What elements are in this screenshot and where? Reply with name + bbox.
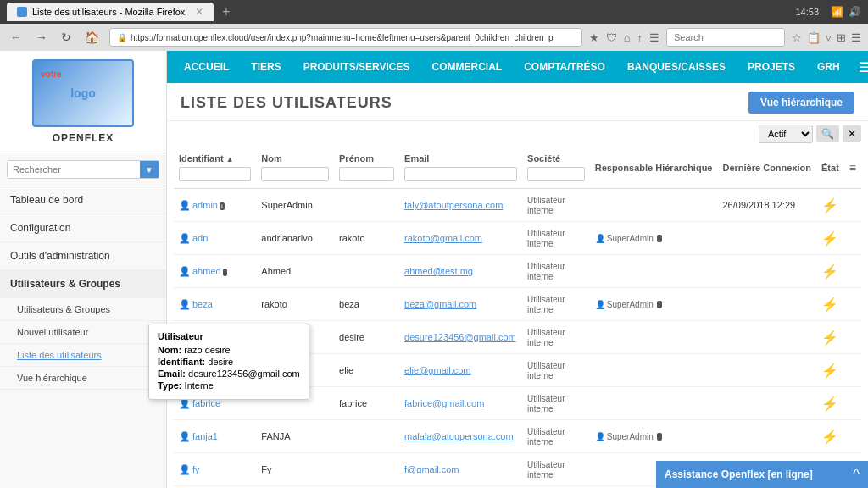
- filter-clear-button[interactable]: ✕: [843, 125, 861, 142]
- status-active-icon: ⚡: [821, 363, 838, 378]
- identifiant-text[interactable]: beza: [192, 299, 213, 309]
- col-responsable[interactable]: Responsable Hiérarchique: [590, 147, 718, 189]
- responsable-name: SuperAdmin: [607, 234, 654, 243]
- email-link[interactable]: elie@gmail.com: [404, 365, 470, 375]
- forward-button[interactable]: →: [32, 29, 51, 46]
- col-identifiant[interactable]: Identifiant ▲: [174, 147, 256, 189]
- bookmark-star-icon[interactable]: ★: [589, 31, 599, 44]
- sidebar-item-users-groups[interactable]: Utilisateurs & Groupes: [0, 270, 166, 298]
- filter-nom-input[interactable]: [261, 167, 329, 181]
- table-row[interactable]: 👤adnandrianarivorakotorakoto@gmail.comUt…: [174, 222, 861, 255]
- col-prenom[interactable]: Prénom: [334, 147, 399, 189]
- identifiant-text[interactable]: ahmed: [192, 266, 221, 276]
- cell-prenom: elie: [334, 354, 399, 387]
- table-row[interactable]: 👤ahmediAhmedahmed@test.mgUtilisateur int…: [174, 255, 861, 288]
- col-email[interactable]: Email: [399, 147, 522, 189]
- cell-societe: Utilisateur interne: [522, 288, 590, 321]
- new-tab-button[interactable]: +: [222, 4, 230, 19]
- sidebar-sub-users-groups[interactable]: Utilisateurs & Groupes: [0, 298, 166, 321]
- sidebar-sub-vue-hierarchique[interactable]: Vue hiérarchique: [0, 367, 166, 390]
- info-icon[interactable]: i: [220, 202, 225, 210]
- sidebar-item-configuration[interactable]: Configuration: [0, 214, 166, 242]
- responsable-info-icon[interactable]: i: [657, 235, 662, 242]
- nav-banques[interactable]: BANQUES/CAISSES: [617, 56, 736, 78]
- identifiant-text[interactable]: fy: [192, 464, 200, 474]
- back-button[interactable]: ←: [7, 29, 25, 46]
- responsable-name: SuperAdmin: [607, 432, 654, 441]
- nav-accueil[interactable]: ACCUEIL: [174, 56, 239, 78]
- nav-grh[interactable]: GRH: [807, 56, 850, 78]
- cell-nom: andrianarivo: [256, 222, 334, 255]
- col-settings[interactable]: ≡: [844, 147, 861, 189]
- email-link[interactable]: ahmed@test.mg: [404, 266, 473, 276]
- table-row[interactable]: 👤fanja1FANJAmalala@atoupersona.comUtilis…: [174, 420, 861, 453]
- shield-icon[interactable]: 🛡: [606, 31, 617, 44]
- email-link[interactable]: desure123456@gmail.com: [404, 332, 516, 342]
- actif-filter-select[interactable]: Actif Inactif Tous: [759, 125, 813, 143]
- sidebar-sub-nouvel-utilisateur[interactable]: Nouvel utilisateur: [0, 321, 166, 344]
- user-icon: 👤: [179, 266, 191, 276]
- time-display: 14:53: [795, 7, 819, 17]
- email-link[interactable]: faly@atoutpersona.com: [404, 200, 503, 210]
- col-etat[interactable]: État: [816, 147, 844, 189]
- sidebar-search-input[interactable]: [8, 161, 140, 178]
- col-nom[interactable]: Nom: [256, 147, 334, 189]
- search-dropdown-button[interactable]: ▼: [140, 161, 159, 178]
- address-bar[interactable]: 🔒 https://formation.openflex.cloud/user/…: [109, 28, 582, 47]
- cell-email: faly@atoutpersona.com: [399, 189, 522, 222]
- table-row[interactable]: 👤adminiSuperAdminfaly@atoutpersona.comUt…: [174, 189, 861, 222]
- filter-prenom-input[interactable]: [339, 167, 394, 181]
- responsable-info-icon[interactable]: i: [657, 301, 662, 308]
- sidebar-item-outils[interactable]: Outils d'administration: [0, 242, 166, 270]
- table-row[interactable]: 👤bezarakotobezabeza@gmail.comUtilisateur…: [174, 288, 861, 321]
- responsable-info-icon[interactable]: i: [657, 433, 662, 441]
- email-link[interactable]: malala@atoupersona.com: [404, 431, 514, 441]
- nav-commercial[interactable]: COMMERCIAL: [422, 56, 513, 78]
- nav-projets[interactable]: PROJETS: [737, 56, 805, 78]
- arrow-up-icon[interactable]: ↑: [637, 31, 643, 44]
- tooltip-nom-row: Nom: razo desire: [158, 345, 300, 355]
- tool-icon-5[interactable]: ☰: [851, 31, 861, 44]
- menu-icon[interactable]: ☰: [649, 31, 659, 44]
- nav-compta[interactable]: COMPTA/TRÉSO: [514, 56, 615, 78]
- filter-identifiant-input[interactable]: [179, 167, 251, 181]
- vue-hierarchique-button[interactable]: Vue hiérarchique: [748, 92, 854, 114]
- tool-icon-1[interactable]: ☆: [792, 31, 802, 44]
- home-button[interactable]: 🏠: [81, 29, 103, 46]
- browser-tab[interactable]: Liste des utilisateurs - Mozilla Firefox…: [7, 3, 214, 21]
- tool-icon-4[interactable]: ⊞: [837, 31, 846, 44]
- tool-icon-2[interactable]: 📋: [807, 31, 821, 44]
- identifiant-text[interactable]: adn: [192, 233, 208, 243]
- tooltip-identifiant-row: Identifiant: desire: [158, 357, 300, 367]
- filter-search-button[interactable]: 🔍: [816, 125, 839, 142]
- filter-societe-input[interactable]: [527, 167, 585, 181]
- sidebar-sub-liste-utilisateurs[interactable]: Liste des utilisateurs: [0, 344, 166, 367]
- sidebar-item-configuration-label: Configuration: [10, 222, 70, 234]
- info-icon[interactable]: i: [223, 269, 228, 276]
- close-tab-icon[interactable]: ✕: [195, 6, 203, 18]
- nav-hamburger-icon[interactable]: ☰: [854, 56, 868, 79]
- email-link[interactable]: beza@gmail.com: [404, 299, 476, 309]
- home-nav-icon[interactable]: ⌂: [624, 31, 631, 44]
- user-icon: 👤: [179, 431, 191, 441]
- refresh-button[interactable]: ↻: [58, 29, 75, 46]
- identifiant-text[interactable]: fanja1: [192, 431, 218, 441]
- browser-search-input[interactable]: [666, 28, 785, 47]
- assistance-bar[interactable]: Assistance Openflex [en ligne] ^: [656, 461, 868, 488]
- email-link[interactable]: f@gmail.com: [404, 464, 459, 474]
- email-link[interactable]: fabrice@gmail.com: [404, 398, 484, 408]
- cell-responsable: 👤 SuperAdmin i: [590, 420, 718, 453]
- nav-produits[interactable]: PRODUITS/SERVICES: [293, 56, 420, 78]
- col-connexion[interactable]: Dernière Connexion: [718, 147, 817, 189]
- logo-votre-text: votre: [41, 69, 61, 79]
- cell-actions: [844, 321, 861, 354]
- tool-icon-3[interactable]: ▿: [826, 31, 832, 44]
- email-link[interactable]: rakoto@gmail.com: [404, 233, 482, 243]
- filter-email-input[interactable]: [404, 167, 517, 181]
- column-settings-icon[interactable]: ≡: [849, 161, 856, 175]
- cell-etat: ⚡: [816, 321, 844, 354]
- identifiant-text[interactable]: admin: [192, 200, 218, 210]
- sidebar-item-tableau[interactable]: Tableau de bord: [0, 186, 166, 214]
- col-societe[interactable]: Société: [522, 147, 590, 189]
- nav-tiers[interactable]: TIERS: [241, 56, 291, 78]
